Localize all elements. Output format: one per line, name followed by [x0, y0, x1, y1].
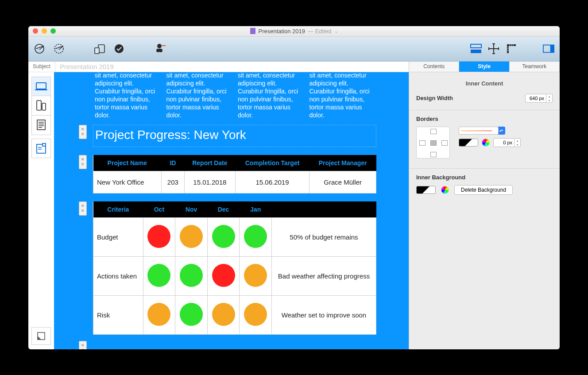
border-center[interactable] — [430, 140, 437, 146]
cell[interactable]: Grace Müller — [309, 171, 376, 193]
stepper-buttons[interactable]: ▴▾ — [546, 94, 553, 103]
color-picker-icon[interactable] — [482, 139, 490, 147]
cell[interactable]: Actions taken — [93, 256, 143, 295]
crosshair-icon[interactable] — [488, 43, 499, 54]
table-row: Actions taken Bad weather affecting prog… — [93, 256, 376, 295]
border-width-stepper[interactable]: ▴▾ — [493, 138, 521, 147]
toolbar — [28, 37, 560, 62]
cell[interactable] — [240, 295, 272, 334]
page-setup-button[interactable] — [31, 327, 51, 345]
toggle-sidebar-icon[interactable] — [543, 43, 554, 54]
device-tab-source[interactable] — [31, 139, 51, 158]
th-report-date: Report Date — [185, 155, 236, 171]
borders-label: Borders — [416, 116, 553, 122]
cell[interactable] — [175, 295, 208, 334]
section-handle[interactable]: ✕≡ — [79, 341, 87, 349]
svg-rect-6 — [156, 49, 162, 52]
tab-style[interactable]: Style — [459, 62, 509, 72]
cell[interactable]: Risk — [93, 295, 143, 334]
svg-point-4 — [115, 44, 124, 53]
person-block-icon[interactable] — [154, 43, 166, 54]
design-width-stepper[interactable]: ▴▾ — [525, 94, 553, 103]
lorem-col[interactable]: sit amet, consectetur adipiscing elit. C… — [308, 72, 377, 121]
cell[interactable]: New York Office — [93, 171, 162, 193]
design-width-input[interactable] — [525, 94, 546, 103]
border-style-select[interactable]: ▴▾ — [459, 127, 521, 135]
maximize-window-button[interactable] — [50, 28, 56, 34]
background-color-swatch[interactable] — [416, 186, 436, 194]
status-dot-orange — [244, 303, 267, 326]
title-text: Presentation 2019 — [258, 28, 305, 35]
cell[interactable] — [143, 256, 175, 295]
border-top[interactable] — [430, 129, 437, 134]
inspector-tabs: Contents Style Teamwork — [409, 62, 560, 72]
status-dot-green — [180, 303, 203, 326]
editor-pane: Subject Presentation 2019 — [28, 62, 409, 349]
lorem-col[interactable]: sit amet, consectetur adipiscing elit. C… — [93, 72, 162, 121]
close-window-button[interactable] — [33, 28, 38, 34]
project-info-table[interactable]: Project Name ID Report Date Completion T… — [93, 155, 376, 193]
cell[interactable] — [207, 295, 240, 334]
svg-rect-16 — [43, 143, 46, 146]
section-handle[interactable]: ✕≡ — [79, 125, 87, 139]
devices-icon[interactable] — [94, 43, 105, 54]
stepper-buttons[interactable]: ▴▾ — [514, 138, 521, 147]
cell[interactable]: 203 — [161, 171, 184, 193]
cell[interactable] — [175, 217, 208, 256]
cell[interactable]: Budget — [93, 217, 143, 256]
cell[interactable] — [207, 217, 240, 256]
tab-contents[interactable]: Contents — [409, 62, 459, 72]
th-jan: Jan — [240, 201, 272, 218]
device-tab-text[interactable] — [31, 116, 51, 135]
background-row: Delete Background — [416, 185, 553, 195]
status-dot-orange — [147, 303, 170, 326]
border-width-input[interactable] — [493, 138, 514, 147]
lorem-col[interactable]: sit amet, consectetur adipiscing elit. C… — [236, 72, 305, 121]
cell[interactable] — [207, 256, 240, 295]
check-circle-icon[interactable] — [113, 43, 125, 54]
border-bottom[interactable] — [430, 152, 437, 157]
section-handle[interactable]: ✕≡ — [79, 155, 87, 169]
border-selector[interactable] — [416, 127, 450, 159]
cell[interactable]: 15.06.2019 — [235, 171, 309, 193]
cell[interactable] — [143, 217, 175, 256]
border-color-swatch[interactable] — [459, 139, 478, 147]
svg-rect-3 — [95, 48, 99, 54]
cell[interactable]: Bad weather affecting progress — [271, 256, 376, 295]
svg-marker-18 — [38, 336, 41, 340]
lorem-col[interactable]: sit amet, consectetur adipiscing elit. C… — [165, 72, 234, 121]
send-dashed-icon[interactable] — [53, 43, 65, 54]
border-right[interactable] — [441, 140, 448, 146]
send-icon[interactable] — [34, 43, 45, 54]
section-handle[interactable]: ✕≡ — [79, 201, 87, 216]
ruler-corner-icon[interactable] — [506, 43, 517, 54]
cell[interactable] — [143, 295, 175, 334]
delete-background-button[interactable]: Delete Background — [454, 185, 513, 195]
subject-value[interactable]: Presentation 2019 — [55, 63, 114, 70]
toolbar-left — [34, 43, 166, 54]
title-chevron-icon[interactable]: ⌄ — [334, 29, 338, 34]
tab-teamwork[interactable]: Teamwork — [510, 62, 560, 72]
cell[interactable] — [175, 256, 208, 295]
svg-rect-12 — [37, 101, 41, 110]
cell[interactable]: 50% of budget remains — [271, 217, 376, 256]
inspector-body: Inner Content Design Width ▴▾ Borders — [409, 72, 560, 201]
minimize-window-button[interactable] — [42, 28, 47, 34]
table-row: Budget 50% of budget remains — [93, 217, 376, 256]
canvas[interactable]: sit amet, consectetur adipiscing elit. C… — [54, 72, 409, 349]
layout-block-icon[interactable] — [470, 43, 482, 54]
cell[interactable] — [240, 217, 272, 256]
heading-block[interactable]: Project Progress: New York — [93, 125, 376, 147]
th-project-manager: Project Manager — [309, 155, 376, 171]
status-table[interactable]: Criteria Oct Nov Dec Jan Budget — [93, 201, 376, 335]
status-dot-green — [244, 225, 267, 248]
color-picker-icon[interactable] — [441, 186, 449, 194]
device-tab-desktop[interactable] — [31, 77, 51, 96]
border-left[interactable] — [419, 140, 426, 146]
cell[interactable]: Weather set to improve soon — [271, 295, 376, 334]
cell[interactable] — [240, 256, 272, 295]
titlebar: Presentation 2019 — Edited ⌄ — [28, 26, 560, 37]
cell[interactable]: 15.01.2018 — [185, 171, 236, 193]
device-tab-mobile[interactable] — [31, 96, 51, 116]
th-nov: Nov — [175, 201, 208, 218]
